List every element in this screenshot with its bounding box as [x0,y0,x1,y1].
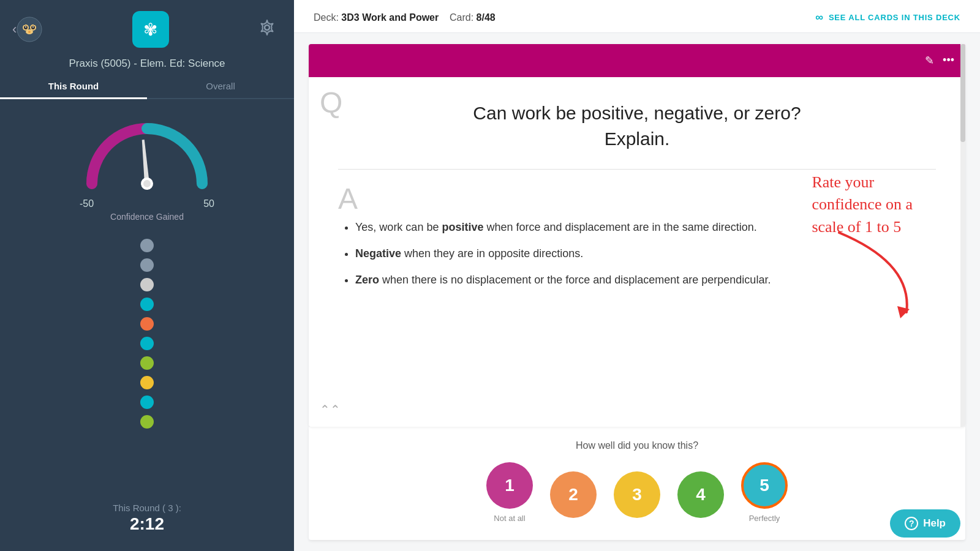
svg-point-11 [265,25,270,30]
scrollbar-thumb[interactable] [960,44,965,142]
see-all-text: SEE ALL CARDS IN THIS DECK [829,13,960,22]
answer-item-3: Zero when there is no displacement or th… [355,271,936,289]
answer-mark-label: A [338,184,936,214]
settings-button[interactable] [258,19,276,40]
card-header-bar: ✎ ••• [309,44,965,77]
question-mark-label: Q [320,88,342,118]
dot-1 [140,239,154,252]
rating-5-wrap: 5 Perfectly [741,462,788,523]
dot-2 [140,258,154,272]
rating-2-wrap: 2 [550,471,597,523]
rating-button-3[interactable]: 3 [614,471,660,518]
dot-5 [140,317,154,331]
more-icon[interactable]: ••• [943,54,954,67]
deck-info: Deck: 3D3 Work and Power Card: 8/48 [314,12,496,23]
history-dots [140,239,154,429]
back-button[interactable]: ‹ [12,17,42,42]
tabs-container: This Round Overall [0,76,294,99]
card-value: 8/48 [477,12,496,23]
rating-buttons: 1 Not at all 2 3 4 5 Perfectly [486,462,788,523]
rating-button-4[interactable]: 4 [677,471,724,518]
gauge-title: Confidence Gained [110,212,184,222]
dot-9 [140,395,154,409]
question-text: Can work be positive, negative, or zero?… [338,94,936,152]
deck-prefix: Deck: [314,12,339,23]
card-prefix: Card: [450,12,473,23]
infinity-icon: ∞ [815,11,824,24]
avatar-icon [17,17,42,42]
rating-button-2[interactable]: 2 [550,471,597,518]
help-icon: ? [905,517,918,530]
rating-button-5[interactable]: 5 [741,462,788,509]
expand-button[interactable]: ⌃⌃ [320,402,341,417]
see-all-button[interactable]: ∞ SEE ALL CARDS IN THIS DECK [815,11,960,24]
answer-item-1: Yes, work can be positive when force and… [355,219,936,236]
gauge-max-label: 50 [203,198,214,209]
dot-4 [140,298,154,311]
rating-5-label: Perfectly [749,514,780,523]
main-content: Deck: 3D3 Work and Power Card: 8/48 ∞ SE… [294,0,980,551]
rating-1-wrap: 1 Not at all [486,462,533,523]
gauge-min-label: -50 [80,198,94,209]
svg-point-8 [28,31,31,33]
deck-name: 3D3 Work and Power [341,12,439,23]
dot-8 [140,376,154,389]
round-label: This Round ( 3 ): [113,503,181,513]
round-timer: 2:12 [113,514,181,534]
rating-button-1[interactable]: 1 [486,462,533,509]
gauge-labels: -50 50 [80,198,214,209]
dot-3 [140,278,154,291]
svg-marker-12 [141,140,149,184]
confidence-gauge: -50 50 Confidence Gained [80,116,214,222]
rating-question: How well did you know this? [576,440,698,451]
help-label: Help [923,517,946,530]
dot-6 [140,337,154,350]
logo-icon: ✾ [143,20,157,40]
rating-4-wrap: 4 [677,471,724,523]
gear-icon [258,19,276,36]
card-divider [338,169,936,170]
sidebar-header: ‹ ✾ [0,0,294,54]
tab-overall[interactable]: Overall [147,76,294,98]
card-header-icons: ✎ ••• [925,54,954,67]
rating-bar: How well did you know this? 1 Not at all… [309,427,965,540]
dot-10 [140,415,154,429]
dot-7 [140,356,154,370]
svg-point-5 [25,26,26,28]
round-info: This Round ( 3 ): 2:12 [113,503,181,551]
gauge-svg [80,116,214,196]
help-button[interactable]: ? Help [890,509,960,538]
flashcard: ✎ ••• Q Can work be positive, negative, … [309,44,965,427]
rating-1-label: Not at all [494,514,525,523]
sidebar: ‹ ✾ [0,0,294,551]
deck-title: Praxis (5005) - Elem. Ed: Science [56,58,237,70]
svg-point-6 [32,26,34,28]
back-icon: ‹ [12,21,17,37]
scrollbar-track [960,44,965,427]
app-logo: ✾ [132,11,169,48]
card-body: Q Can work be positive, negative, or zer… [309,77,965,427]
edit-icon[interactable]: ✎ [925,54,934,67]
top-bar: Deck: 3D3 Work and Power Card: 8/48 ∞ SE… [294,0,980,33]
answer-list: Yes, work can be positive when force and… [338,219,936,288]
tab-this-round[interactable]: This Round [0,76,147,99]
rating-3-wrap: 3 [614,471,660,523]
answer-item-2: Negative when they are in opposite direc… [355,245,936,263]
